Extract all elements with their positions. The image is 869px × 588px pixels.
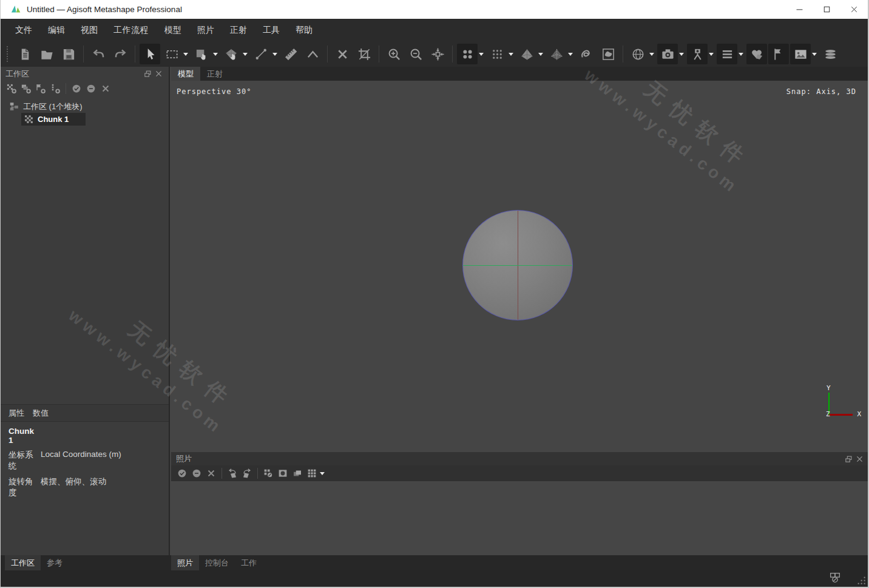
save-button[interactable] <box>58 44 79 64</box>
model-wireframe-view-button[interactable] <box>546 44 567 64</box>
angle-measure-button[interactable] <box>302 44 323 64</box>
add-scalebar-button[interactable] <box>48 82 63 95</box>
circle-check-icon <box>71 83 82 94</box>
chevron-down-icon[interactable] <box>320 472 325 478</box>
tie-points-view-button[interactable] <box>576 44 597 64</box>
close-panel-button[interactable] <box>854 454 865 464</box>
chevron-down-icon[interactable] <box>509 53 513 58</box>
undo-button[interactable] <box>88 44 109 64</box>
globe-view-button[interactable] <box>627 44 648 64</box>
workspace-tree: 工作区 (1个堆块) Chunk 1 <box>1 96 169 126</box>
zoom-out-button[interactable] <box>405 44 426 64</box>
fit-view-button[interactable] <box>427 44 448 64</box>
show-shapes-button[interactable] <box>746 44 767 64</box>
model-shaded-view-button[interactable] <box>516 44 537 64</box>
chevron-down-icon[interactable] <box>739 53 743 58</box>
menu-help[interactable]: 帮助 <box>288 21 320 39</box>
grid-view-button[interactable] <box>305 467 319 480</box>
chevron-down-icon[interactable] <box>568 53 573 58</box>
separator <box>379 46 379 63</box>
dem-view-button[interactable] <box>598 44 618 64</box>
show-cameras-button[interactable] <box>657 44 678 64</box>
chevron-down-icon[interactable] <box>272 53 277 58</box>
dense-cloud-view-button[interactable] <box>487 44 507 64</box>
tab-jobs[interactable]: 工作 <box>235 555 263 572</box>
details-view-button[interactable] <box>290 467 305 480</box>
menu-file[interactable]: 文件 <box>7 21 40 39</box>
tab-ortho[interactable]: 正射 <box>200 67 229 81</box>
close-icon <box>849 4 859 15</box>
delete-button[interactable] <box>332 44 353 64</box>
menu-ortho[interactable]: 正射 <box>222 21 255 39</box>
tab-reference[interactable]: 参考 <box>41 555 69 572</box>
point-cloud-view-button[interactable] <box>457 44 478 64</box>
filter-photos-button[interactable] <box>261 467 276 480</box>
remove-icon <box>206 468 217 479</box>
tab-photos[interactable]: 照片 <box>171 555 199 572</box>
remove-button[interactable] <box>98 82 113 95</box>
add-chunk-button[interactable] <box>4 82 19 95</box>
property-row-rotation[interactable]: 旋转角度 横摆、俯仰、滚动 <box>1 474 169 501</box>
toolbar-drag-handle[interactable] <box>7 46 10 62</box>
zoom-in-button[interactable] <box>384 44 404 64</box>
chevron-down-icon[interactable] <box>213 53 218 58</box>
chevron-down-icon[interactable] <box>812 53 817 58</box>
resize-grip[interactable] <box>854 573 867 586</box>
redo-button[interactable] <box>110 44 130 64</box>
move-object-button[interactable] <box>191 44 212 64</box>
tree-chunk-item[interactable]: Chunk 1 <box>21 113 86 126</box>
tab-console[interactable]: 控制台 <box>199 555 235 572</box>
show-basemap-button[interactable] <box>820 44 840 64</box>
rotate-right-button[interactable] <box>240 467 254 480</box>
separator <box>83 46 84 63</box>
disable-button[interactable] <box>84 82 98 95</box>
chevron-down-icon[interactable] <box>538 53 543 58</box>
open-button[interactable] <box>36 44 57 64</box>
rotate-left-button[interactable] <box>225 467 240 480</box>
menu-edit[interactable]: 编辑 <box>40 21 73 39</box>
thumbnail-view-button[interactable] <box>276 467 290 480</box>
enable-button[interactable] <box>69 82 84 95</box>
chevron-down-icon[interactable] <box>183 53 188 58</box>
show-labels-button[interactable] <box>717 44 737 64</box>
tab-model[interactable]: 模型 <box>171 67 200 81</box>
add-marker-button[interactable] <box>33 82 48 95</box>
enable-photos-button[interactable] <box>175 467 189 480</box>
chevron-down-icon[interactable] <box>479 53 484 58</box>
selection-tool-button[interactable] <box>140 44 160 64</box>
menu-view[interactable]: 视图 <box>73 21 106 39</box>
show-images-button[interactable] <box>790 44 811 64</box>
close-button[interactable] <box>840 0 868 19</box>
menu-model[interactable]: 模型 <box>157 21 189 39</box>
float-panel-button[interactable] <box>142 69 153 79</box>
show-markers-button[interactable] <box>768 44 789 64</box>
remove-photos-button[interactable] <box>204 467 218 480</box>
menu-tools[interactable]: 工具 <box>255 21 288 39</box>
tree-root-item[interactable]: 工作区 (1个堆块) <box>1 100 169 113</box>
close-panel-button[interactable] <box>153 69 164 79</box>
disable-photos-button[interactable] <box>189 467 204 480</box>
chevron-down-icon[interactable] <box>649 53 654 58</box>
float-panel-button[interactable] <box>843 454 854 464</box>
photos-list-area[interactable] <box>171 481 869 555</box>
property-row-chunk[interactable]: Chunk 1 <box>1 422 169 447</box>
maximize-button[interactable] <box>813 0 840 19</box>
rectangle-selection-button[interactable] <box>161 44 182 64</box>
new-document-button[interactable] <box>15 44 35 64</box>
network-status-button[interactable] <box>828 571 842 584</box>
property-row-crs[interactable]: 坐标系统 Local Coordinates (m) <box>1 447 169 474</box>
show-camera-stations-button[interactable] <box>687 44 708 64</box>
viewport-canvas[interactable]: Perspective 30° Snap: Axis, 3D Y Z X <box>171 81 869 451</box>
rotate-object-button[interactable] <box>221 44 242 64</box>
menu-workflow[interactable]: 工作流程 <box>106 21 157 39</box>
add-photos-button[interactable] <box>19 82 33 95</box>
chevron-down-icon[interactable] <box>243 53 248 58</box>
tab-workspace[interactable]: 工作区 <box>5 555 41 572</box>
minimize-button[interactable] <box>786 0 813 19</box>
menu-photo[interactable]: 照片 <box>189 21 222 39</box>
chevron-down-icon[interactable] <box>679 53 684 58</box>
chevron-down-icon[interactable] <box>709 53 714 58</box>
crop-region-button[interactable] <box>354 44 374 64</box>
ruler-tool-button[interactable] <box>251 44 271 64</box>
ruler-button[interactable] <box>280 44 301 64</box>
